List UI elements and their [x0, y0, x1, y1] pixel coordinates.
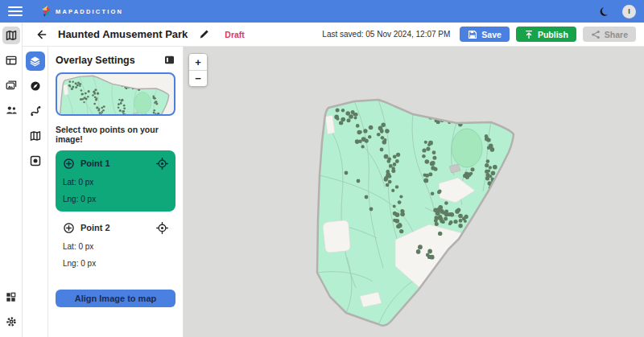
point-2-card[interactable]: Point 2 Lat: 0 px Lng: 0 px: [56, 215, 175, 276]
collapse-panel-button[interactable]: [163, 54, 175, 66]
sidebar-item-settings[interactable]: [2, 313, 20, 331]
back-button[interactable]: [34, 27, 48, 42]
align-image-button[interactable]: Align Image to map: [56, 290, 175, 307]
tool-overlay-layers[interactable]: [26, 51, 45, 71]
instruction-text: Select two points on your image!: [56, 125, 175, 144]
collapse-panel-icon: [164, 55, 175, 65]
moon-icon: [599, 6, 609, 17]
share-icon: [591, 30, 601, 39]
point-1-locate-button[interactable]: [155, 157, 168, 170]
media-icon: [6, 80, 17, 91]
window-icon: [6, 55, 17, 66]
arrow-left-icon: [35, 29, 47, 40]
hamburger-menu-icon[interactable]: [8, 6, 23, 17]
target-icon: [156, 222, 168, 234]
share-button[interactable]: Share: [583, 27, 636, 42]
map-canvas[interactable]: + −: [184, 47, 644, 337]
left-icon-rail: [0, 23, 23, 337]
park-map-image: [184, 47, 644, 337]
point-2-locate-button[interactable]: [155, 221, 168, 234]
overlay-image-thumbnail[interactable]: [56, 72, 175, 116]
zoom-out-button[interactable]: −: [189, 70, 207, 86]
overlay-settings-panel: Overlay Settings Select two points on yo…: [48, 47, 184, 337]
sidebar-item-dashboard[interactable]: [2, 51, 20, 69]
status-badge: Draft: [225, 30, 245, 39]
top-header: MAPADDICTION I: [0, 0, 644, 23]
tool-image-overlay[interactable]: [26, 151, 45, 171]
pencil-icon: [199, 29, 209, 39]
save-floppy-icon: [468, 30, 477, 39]
point-1-card[interactable]: Point 1 Lat: 0 px Lng: 0 px: [56, 150, 175, 212]
point-2-lat: Lat: 0 px: [63, 242, 168, 251]
dark-mode-toggle[interactable]: [597, 4, 611, 18]
route-icon: [30, 105, 41, 117]
document-toolbar: Haunted Amusement Park Draft Last saved:…: [23, 23, 644, 47]
brand-logo[interactable]: MAPADDICTION: [40, 5, 123, 18]
publish-label: Publish: [538, 30, 568, 39]
tool-compass[interactable]: [26, 76, 45, 96]
page-title: Haunted Amusement Park: [58, 28, 188, 40]
publish-upload-icon: [524, 30, 534, 39]
compass-icon: [30, 80, 41, 92]
tool-route[interactable]: [26, 101, 45, 121]
users-icon: [6, 105, 17, 116]
save-label: Save: [481, 30, 502, 39]
edit-title-button[interactable]: [197, 28, 210, 41]
user-avatar[interactable]: I: [622, 5, 636, 18]
circled-plus-icon: [63, 222, 75, 234]
app-window: MAPADDICTION I: [0, 0, 644, 337]
last-saved-text: Last saved: 05 Nov 2024, 12:07 PM: [322, 30, 450, 39]
tool-column: [23, 47, 48, 337]
tool-map[interactable]: [26, 126, 45, 146]
point-1-lat: Lat: 0 px: [63, 178, 168, 187]
zoom-in-button[interactable]: +: [189, 54, 207, 70]
sidebar-item-media[interactable]: [2, 76, 20, 94]
logo-bird-icon: [40, 5, 52, 18]
apps-grid-icon: [6, 292, 16, 302]
map-icon: [6, 30, 17, 41]
point-2-label: Point 2: [80, 223, 110, 232]
overlay-icon: [30, 155, 41, 166]
panel-title: Overlay Settings: [56, 55, 135, 66]
layers-icon: [29, 55, 41, 68]
point-1-label: Point 1: [80, 158, 110, 168]
zoom-control: + −: [188, 53, 208, 87]
save-button[interactable]: Save: [460, 27, 510, 42]
sidebar-item-apps[interactable]: [2, 288, 20, 306]
point-1-lng: Lng: 0 px: [63, 195, 168, 203]
settings-gear-icon: [6, 316, 17, 327]
map-icon: [30, 130, 41, 142]
share-label: Share: [605, 30, 628, 39]
publish-button[interactable]: Publish: [516, 27, 576, 42]
target-icon: [156, 158, 168, 170]
sidebar-item-maps[interactable]: [2, 27, 20, 44]
brand-name: MAPADDICTION: [56, 8, 123, 15]
point-2-lng: Lng: 0 px: [63, 259, 168, 268]
sidebar-item-users[interactable]: [2, 101, 20, 119]
circled-plus-icon: [63, 158, 75, 170]
thumbnail-map-preview: [57, 74, 174, 114]
